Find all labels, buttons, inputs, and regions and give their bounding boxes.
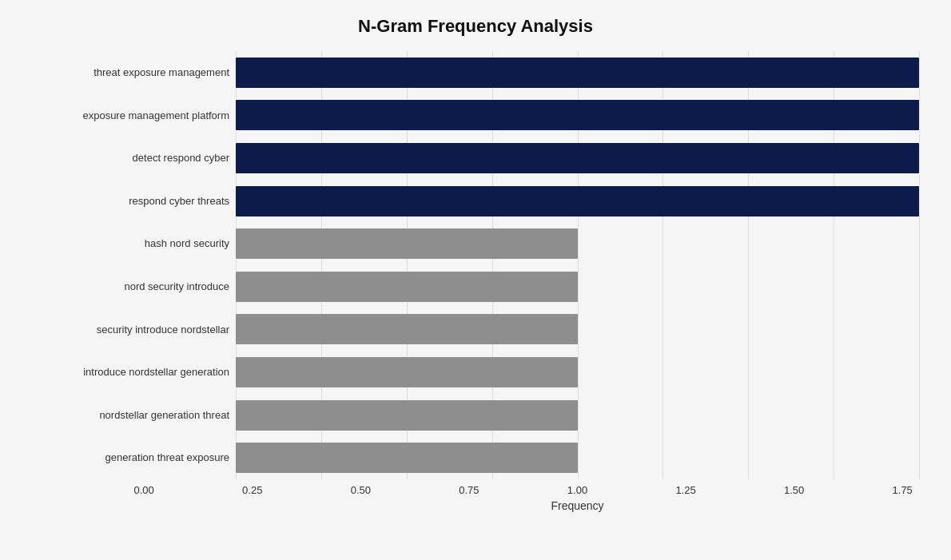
y-label: detect respond cyber	[133, 139, 229, 177]
y-label: hash nord security	[145, 224, 229, 263]
chart-title: N-Gram Frequency Analysis	[358, 16, 593, 37]
x-tick: 0.00	[134, 484, 154, 496]
y-label: threat exposure management	[94, 54, 229, 92]
x-tick: 0.50	[351, 484, 371, 496]
bar-row	[236, 439, 919, 477]
bar-row	[236, 396, 919, 435]
bar	[236, 314, 578, 344]
grid-line	[919, 51, 920, 479]
x-tick: 0.25	[242, 484, 262, 496]
y-label: nord security introduce	[124, 268, 229, 306]
bottom-section: 0.000.250.500.751.001.251.501.752.00 Fre…	[134, 479, 952, 512]
y-label: introduce nordstellar generation	[83, 353, 229, 391]
chart-area: threat exposure managementexposure manag…	[32, 51, 919, 479]
bar	[236, 443, 578, 473]
bar	[236, 272, 578, 302]
bars-wrapper	[236, 51, 919, 479]
bar-row	[236, 54, 919, 92]
x-tick: 1.50	[784, 484, 804, 496]
bar-row	[236, 224, 919, 263]
bar	[236, 400, 578, 431]
y-label: respond cyber threats	[129, 182, 229, 220]
x-tick: 1.00	[567, 484, 587, 496]
bar-row	[236, 96, 919, 134]
bar-row	[236, 353, 919, 391]
bar	[236, 100, 919, 130]
chart-container: N-Gram Frequency Analysis threat exposur…	[0, 0, 951, 560]
x-axis-label: Frequency	[134, 499, 952, 512]
bar	[236, 58, 919, 88]
bar	[236, 228, 578, 259]
x-tick: 1.75	[893, 484, 913, 496]
x-tick: 1.25	[675, 484, 695, 496]
y-label: security introduce nordstellar	[97, 310, 229, 348]
y-label: generation threat exposure	[105, 439, 229, 477]
bar-row	[236, 182, 919, 220]
bar	[236, 186, 919, 216]
x-axis: 0.000.250.500.751.001.251.501.752.00	[134, 479, 952, 496]
bar-row	[236, 139, 919, 177]
y-label: nordstellar generation threat	[99, 396, 229, 435]
bar	[236, 143, 919, 173]
x-tick: 0.75	[459, 484, 479, 496]
plot-area	[236, 51, 919, 479]
bar	[236, 357, 578, 387]
bar-row	[236, 268, 919, 306]
y-axis-labels: threat exposure managementexposure manag…	[32, 51, 236, 479]
bar-row	[236, 310, 919, 348]
y-label: exposure management platform	[82, 96, 229, 134]
